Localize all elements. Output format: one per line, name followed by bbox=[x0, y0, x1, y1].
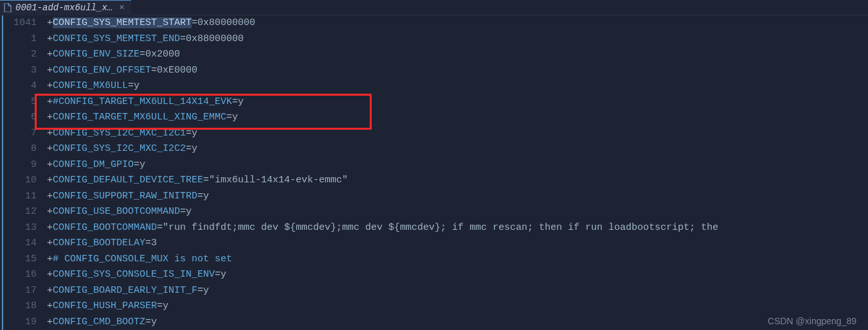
line-number: 19 bbox=[3, 315, 37, 331]
line-number: 17 bbox=[3, 283, 37, 299]
close-icon[interactable]: × bbox=[119, 3, 124, 13]
tab-title: 0001-add-mx6ull_x… bbox=[15, 3, 113, 13]
editor[interactable]: 10411234567891011121314151617181920 +CON… bbox=[0, 15, 868, 330]
code-line: +CONFIG_ENV_OFFSET=0xE0000 bbox=[47, 63, 868, 79]
line-number: 5 bbox=[3, 94, 37, 110]
code-line: +# CONFIG_CONSOLE_MUX is not set bbox=[47, 252, 868, 268]
file-tab[interactable]: 0001-add-mx6ull_x… × bbox=[0, 0, 131, 15]
code-line: +CONFIG_SYS_I2C_MXC_I2C2=y bbox=[47, 141, 868, 157]
code-line: +CONFIG_SYS_CONSOLE_IS_IN_ENV=y bbox=[47, 267, 868, 283]
code-line: +CONFIG_BOOTCOMMAND="run findfdt;mmc dev… bbox=[47, 220, 868, 236]
line-number: 14 bbox=[3, 236, 37, 252]
line-number: 11 bbox=[3, 189, 37, 205]
accent-bar bbox=[2, 15, 3, 330]
code-line: +CONFIG_MX6ULL=y bbox=[47, 78, 868, 94]
line-number: 8 bbox=[3, 141, 37, 157]
code-line: +CONFIG_BOOTDELAY=3 bbox=[47, 236, 868, 252]
code-line: +CONFIG_DEFAULT_DEVICE_TREE="imx6ull-14x… bbox=[47, 173, 868, 189]
line-number: 9 bbox=[3, 157, 37, 173]
code-line: +#CONFIG_TARGET_MX6ULL_14X14_EVK=y bbox=[47, 94, 868, 110]
tab-bar: 0001-add-mx6ull_x… × bbox=[0, 0, 868, 15]
code-line: +CONFIG_CMD_BOOTZ=y bbox=[47, 315, 868, 331]
line-number: 3 bbox=[3, 63, 37, 79]
line-number: 10 bbox=[3, 173, 37, 189]
code-area[interactable]: +CONFIG_SYS_MEMTEST_START=0x80000000+CON… bbox=[42, 15, 868, 330]
line-number: 2 bbox=[3, 47, 37, 63]
file-icon bbox=[4, 3, 12, 12]
line-number: 7 bbox=[3, 126, 37, 142]
code-line: +CONFIG_SYS_MEMTEST_START=0x80000000 bbox=[47, 15, 868, 31]
watermark: CSDN @xingpeng_89 bbox=[768, 316, 856, 326]
code-line: +CONFIG_HUSH_PARSER=y bbox=[47, 299, 868, 315]
code-line: +CONFIG_BOARD_EARLY_INIT_F=y bbox=[47, 283, 868, 299]
code-line: +CONFIG_TARGET_MX6ULL_XING_EMMC=y bbox=[47, 110, 868, 126]
line-number-gutter: 10411234567891011121314151617181920 bbox=[3, 15, 42, 330]
code-line: +CONFIG_ENV_SIZE=0x2000 bbox=[47, 47, 868, 63]
line-number: 15 bbox=[3, 252, 37, 268]
line-number: 1 bbox=[3, 31, 37, 48]
code-line: +CONFIG_SYS_MEMTEST_END=0x88000000 bbox=[47, 31, 868, 48]
line-number: 16 bbox=[3, 267, 37, 283]
line-number: 13 bbox=[3, 220, 37, 236]
code-line: +CONFIG_SUPPORT_RAW_INITRD=y bbox=[47, 189, 868, 205]
code-line: +CONFIG_SYS_I2C_MXC_I2C1=y bbox=[47, 126, 868, 142]
line-number: 18 bbox=[3, 299, 37, 315]
code-line: +CONFIG_DM_GPIO=y bbox=[47, 157, 868, 173]
line-number: 4 bbox=[3, 78, 37, 94]
line-number: 1041 bbox=[3, 15, 37, 31]
line-number: 6 bbox=[3, 110, 37, 126]
code-line: +CONFIG_USE_BOOTCOMMAND=y bbox=[47, 204, 868, 220]
line-number: 12 bbox=[3, 204, 37, 220]
